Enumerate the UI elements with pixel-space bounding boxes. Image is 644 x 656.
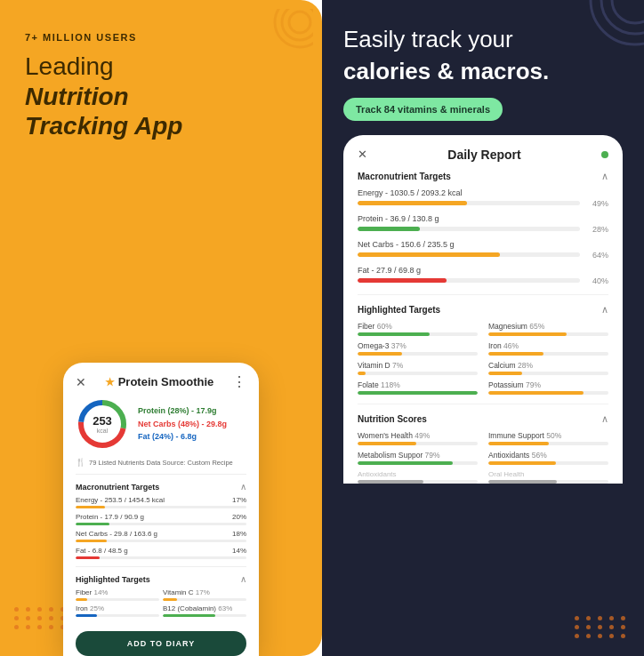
report-potassium: Potassium 79% [488, 380, 608, 395]
energy-row: Energy - 253.5 / 1454.5 kcal 17% [76, 496, 246, 508]
report-header: ✕ Daily Report [358, 148, 608, 162]
protein-macro-row: Protein - 17.9 / 90.9 g 20% [76, 513, 246, 525]
dots-pattern-right [575, 616, 628, 638]
dots-pattern-left [14, 607, 68, 629]
report-oral: Oral Health [488, 470, 608, 484]
highlights-grid: Fiber 14% Vitamin C 17% Iron 25% B12 (Co… [76, 588, 246, 617]
iron-item: Iron 25% [76, 604, 159, 617]
b12-item: B12 (Cobalamin) 63% [163, 604, 246, 617]
badge-pill: Track 84 vitamins & minerals [343, 98, 503, 121]
report-macros-header: Macronutrient Targets ∧ [358, 171, 608, 182]
report-fiber: Fiber 60% [358, 322, 478, 336]
highlights-toggle[interactable]: ∧ [240, 574, 246, 584]
report-highlights-header: Highlighted Targets ∧ [358, 304, 608, 316]
report-antioxidants: Antioxidants 56% [488, 451, 608, 465]
report-metabolism: Metabolism Suppor 79% [358, 451, 478, 465]
report-calcium: Calcium 28% [488, 361, 608, 375]
svg-point-9 [612, 0, 644, 23]
donut-chart: 253 kcal [76, 397, 129, 451]
fork-icon: 🍴 [76, 458, 85, 467]
report-energy-row: Energy - 1030.5 / 2093.2 kcal 49% [358, 188, 608, 208]
report-magnesium: Magnesium 65% [488, 322, 608, 336]
svg-point-2 [289, 12, 310, 33]
nutrients-info-row: 🍴 79 Listed Nutrients Data Source: Custo… [76, 458, 246, 475]
report-womens: Women's Health 49% [358, 431, 478, 445]
report-vitd: Vitamin D 7% [358, 361, 478, 375]
highlights-section-header: Highlighted Targets ∧ [76, 574, 246, 584]
phone-title: ★ Protein Smoothie [105, 375, 214, 388]
netcarbs-macro-row: Net Carbs - 29.8 / 163.6 g 18% [76, 530, 246, 542]
report-iron: Iron 46% [488, 341, 608, 356]
close-icon[interactable]: ✕ [76, 375, 86, 389]
macro-labels: Protein (28%) - 17.9g Net Carbs (48%) - … [138, 404, 227, 443]
vitc-item: Vitamin C 17% [163, 588, 246, 601]
report-antioxidants2: Antioxidants [358, 470, 478, 484]
report-scores-header: Nutrition Scores ∧ [358, 413, 608, 425]
more-icon[interactable]: ⋮ [232, 373, 246, 390]
report-netcarbs-row: Net Carbs - 150.6 / 235.5 g 64% [358, 240, 608, 260]
report-highlights-grid: Fiber 60% Magnesium 65% Omega-3 37% Iron… [358, 322, 608, 395]
svg-point-8 [601, 0, 644, 34]
report-protein-row: Protein - 36.9 / 130.8 g 28% [358, 214, 608, 234]
report-close-icon[interactable]: ✕ [358, 148, 367, 161]
report-macros-toggle[interactable]: ∧ [601, 171, 608, 182]
fat-macro-row: Fat - 6.8 / 48.5 g 14% [76, 547, 246, 559]
report-phone: ✕ Daily Report Macronutrient Targets ∧ E… [343, 135, 623, 484]
svg-point-1 [282, 9, 313, 40]
add-to-diary-button[interactable]: ADD TO DIARY [76, 631, 246, 656]
decorative-rings-left [242, 9, 313, 80]
headline-bold: NutritionTracking App [25, 83, 182, 140]
report-immune: Immune Support 50% [488, 431, 608, 445]
fiber-item: Fiber 14% [76, 588, 159, 601]
green-dot [601, 151, 608, 158]
phone-mockup: ✕ ★ Protein Smoothie ⋮ 253 [63, 363, 259, 656]
donut-center: 253 kcal [93, 414, 112, 434]
macros-toggle[interactable]: ∧ [240, 482, 246, 492]
phone-header: ✕ ★ Protein Smoothie ⋮ [76, 373, 246, 390]
report-highlights-toggle[interactable]: ∧ [601, 304, 608, 316]
macros-section-header: Macronutrient Targets ∧ [76, 482, 246, 492]
macro-summary-row: 253 kcal Protein (28%) - 17.9g Net Carbs… [76, 397, 246, 451]
decorative-rings-right [555, 0, 644, 80]
right-panel: Easily track your calories & macros. Tra… [322, 0, 644, 656]
report-folate: Folate 118% [358, 380, 478, 395]
report-scores-grid: Women's Health 49% Immune Support 50% Me… [358, 431, 608, 484]
star-icon: ★ [105, 376, 115, 388]
report-fat-row: Fat - 27.9 / 69.8 g 40% [358, 266, 608, 285]
left-panel: 7+ MILLION USERS Leading NutritionTracki… [0, 0, 322, 656]
report-omega3: Omega-3 37% [358, 341, 478, 356]
report-scores-toggle[interactable]: ∧ [601, 413, 608, 425]
